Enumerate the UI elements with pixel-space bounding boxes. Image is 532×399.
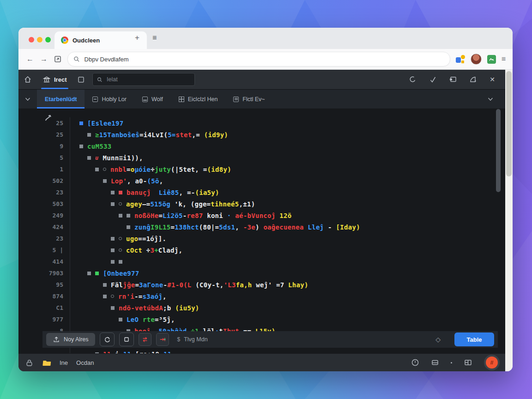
tab-strip-menu-icon[interactable]: ≡ (152, 34, 156, 42)
chevron-down-icon[interactable] (24, 96, 31, 103)
bullet-sqg (111, 260, 115, 264)
code-line[interactable]: 23ugo==1óĵ]. (18, 233, 505, 244)
shape-tool-icon[interactable] (469, 76, 477, 83)
line-number: 25 (18, 117, 70, 129)
code-line[interactable]: 414 (18, 256, 505, 267)
bullet-sqg (95, 352, 99, 354)
tab-wolf[interactable]: Wolf (134, 90, 171, 109)
code-line[interactable]: 249noßöHe=Li2ö5-re87 koni · aé-bVuncoĵ 1… (18, 210, 505, 221)
close-devtools-icon[interactable]: ✕ (490, 76, 495, 83)
new-tab-button[interactable]: + (135, 33, 139, 42)
status-bar: Ine Ocdan (18, 353, 505, 371)
diamond-icon[interactable]: ◇ (435, 336, 441, 343)
code-line[interactable]: 977LeO rte=³5ĵ, (18, 314, 505, 325)
code-line[interactable]: 1nnbl=oμóie÷juty(|5tet, =(id8y) (18, 163, 505, 175)
bullet-sqg (119, 214, 122, 218)
status-label-ocdan[interactable]: Ocdan (76, 359, 94, 366)
browser-window: Oudcleen + ≡ ← → (18, 28, 513, 371)
code-line[interactable]: 5 |cOct ÷3+Cladĵ, (18, 244, 505, 256)
line-number: 874 (18, 290, 70, 302)
timer-icon[interactable] (411, 358, 419, 367)
capture-extension-icon[interactable] (487, 55, 496, 64)
step-arrow-icon (159, 336, 166, 343)
profile-avatar[interactable] (471, 54, 482, 65)
tab-favicon-icon (61, 36, 68, 44)
page-scrollbar-thumb[interactable] (506, 71, 512, 176)
page-scrollbar[interactable] (505, 70, 513, 371)
lock-icon[interactable] (25, 358, 34, 367)
line-number: 5 | (18, 244, 70, 256)
code-line[interactable]: 23banuçĵ Liê85, =-(ia5y) (18, 187, 505, 198)
bullet-sqb (79, 121, 83, 125)
url-field-container (67, 52, 450, 66)
chevron-down-icon[interactable] (487, 96, 494, 103)
maximize-window-button[interactable] (45, 37, 51, 42)
record-button[interactable]: // (484, 355, 500, 370)
close-window-button[interactable] (29, 37, 34, 42)
code-line[interactable]: 503agey—=515ög 'k, (gge=tihneé5,±1) (18, 198, 505, 210)
back-button[interactable]: ← (26, 55, 34, 63)
code-line[interactable]: 25≥15Tanboŝeŝ=i4LvI(5=stet,= (id9y) (18, 129, 505, 140)
panel-tab-irect[interactable]: Irect (37, 70, 73, 89)
refresh-arc-icon[interactable] (409, 76, 417, 83)
stop-button[interactable] (119, 332, 134, 346)
upload-button[interactable]: Noy Alres (46, 333, 95, 346)
address-input[interactable] (84, 55, 444, 63)
search-icon (73, 56, 80, 62)
bullet-sqg (127, 214, 130, 218)
status-label-ine[interactable]: Ine (60, 359, 68, 366)
extensions-icon[interactable] (456, 55, 465, 63)
home-icon[interactable] (24, 75, 32, 84)
step-button[interactable] (156, 333, 169, 346)
bullet-sqg (111, 248, 115, 252)
tab-hobly-lor[interactable]: Hobly Lor (85, 90, 134, 109)
tab-flctl-ev-[interactable]: Flctl Ev~ (225, 90, 272, 109)
code-line[interactable]: 11 i 11 [re:19-11. (18, 348, 505, 353)
devtools-tab-bar: EtarbenlüdtHobly LorWolfEiclclzl HenFlct… (18, 90, 505, 109)
code-line[interactable]: 9cuM533 (18, 140, 505, 152)
check-icon[interactable] (429, 76, 436, 83)
bullet-sqg (119, 318, 122, 321)
side-panel-icon[interactable] (54, 55, 62, 63)
bullet-o (103, 168, 106, 171)
browser-tab-strip: Oudcleen + ≡ (18, 28, 513, 49)
bullet-sqg (111, 191, 115, 194)
upload-button-label: Noy Alres (64, 336, 89, 343)
editor-scrollbar[interactable] (496, 109, 501, 192)
browser-tab[interactable]: Oudcleen (54, 31, 147, 49)
minimize-window-button[interactable] (37, 37, 42, 42)
line-number: 23 (18, 187, 70, 198)
code-line[interactable]: 424zunĝI9L15=138hct(80|=5ds1, -3e) oaĝec… (18, 221, 505, 233)
bullet-sqg (79, 145, 83, 148)
browser-menu-icon[interactable]: ≡ (502, 55, 505, 63)
split-layout-icon[interactable] (431, 358, 439, 367)
swap-button[interactable] (139, 333, 151, 346)
table-button[interactable]: Table (454, 332, 494, 346)
forward-button[interactable]: → (40, 55, 48, 63)
undo-button[interactable] (100, 332, 115, 346)
code-line[interactable]: C1ndö-vetúbdA;b (iu5y) (18, 302, 505, 314)
run-target-label[interactable]: $ Tlvg Mdn (177, 336, 208, 343)
tab-etarbenl-dt[interactable]: Etarbenlüdt (37, 90, 85, 109)
line-number: 424 (18, 221, 70, 233)
code-line[interactable]: 5uMunn≡i1)), (18, 152, 505, 163)
bullet-sqg (119, 260, 122, 264)
code-line[interactable]: 25[Eslee197 (18, 117, 505, 129)
bullet-o (119, 202, 122, 206)
bullet-sqgr (95, 272, 99, 275)
bullet-sqg (87, 133, 91, 137)
line-number: 503 (18, 198, 70, 210)
new-panel-icon[interactable] (78, 76, 85, 83)
devtools-search-input[interactable] (106, 76, 190, 83)
layout-board-icon[interactable] (449, 76, 457, 83)
devtools-main: Irect (18, 70, 505, 371)
code-line[interactable]: 7903[Onbee977 (18, 267, 505, 279)
code-line[interactable]: 95Fälĵĝe=3aΓone-#1-0(L (C0y-t,'L3fa,h we… (18, 279, 505, 290)
code-line[interactable]: 502Lop', a0-(5ō, (18, 175, 505, 187)
folder-icon[interactable] (42, 359, 52, 367)
tab-eiclclzl-hen[interactable]: Eiclclzl Hen (171, 90, 226, 109)
bullet-u: u (95, 156, 99, 160)
code-lines: 25[Eslee19725≥15Tanboŝeŝ=i4LvI(5=stet,= … (18, 117, 505, 353)
panels-icon[interactable] (464, 358, 472, 367)
code-line[interactable]: 874rn'i-=s3aóĵ, (18, 290, 505, 302)
